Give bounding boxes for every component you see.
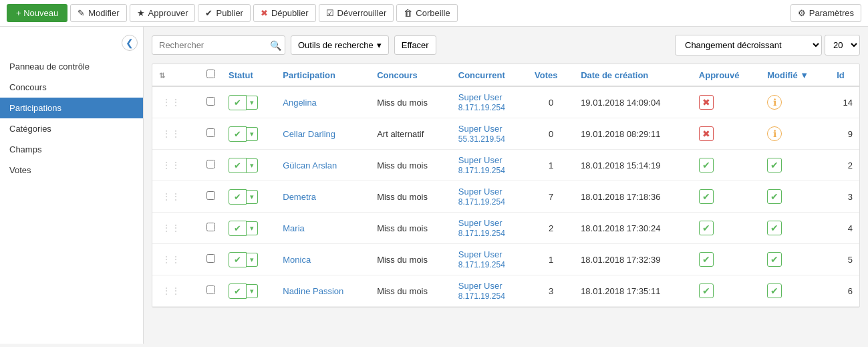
- new-button[interactable]: + Nouveau: [7, 4, 67, 22]
- col-votes[interactable]: Votes: [528, 64, 574, 86]
- row-checkbox[interactable]: [206, 191, 215, 200]
- approved-cell: ✖: [692, 118, 760, 150]
- drag-handle[interactable]: ⋮⋮: [152, 150, 200, 181]
- approved-red-icon[interactable]: ✖: [699, 126, 714, 141]
- participation-link[interactable]: Maria: [283, 223, 305, 233]
- clear-button[interactable]: Effacer: [394, 35, 436, 55]
- modifie-green-icon[interactable]: ✔: [767, 221, 782, 235]
- approve-button[interactable]: ★ Approuver: [130, 4, 196, 22]
- participation-link[interactable]: Gülcan Arslan: [283, 160, 337, 170]
- col-concurrent[interactable]: Concurrent: [452, 64, 528, 86]
- modifie-green-icon[interactable]: ✔: [767, 252, 782, 267]
- status-check-button[interactable]: ✔: [229, 221, 247, 236]
- sidebar-item-participations[interactable]: Participations: [0, 98, 143, 118]
- drag-handle[interactable]: ⋮⋮: [152, 118, 200, 150]
- modifie-green-icon[interactable]: ✔: [767, 158, 782, 172]
- modifie-green-icon[interactable]: ✔: [767, 283, 782, 298]
- status-check-button[interactable]: ✔: [229, 252, 247, 267]
- status-dropdown-button[interactable]: ▾: [247, 96, 258, 110]
- status-dropdown-button[interactable]: ▾: [247, 158, 258, 172]
- publish-button[interactable]: ✔ Publier: [198, 4, 250, 22]
- status-dropdown-button[interactable]: ▾: [247, 221, 258, 235]
- drag-handle[interactable]: ⋮⋮: [152, 244, 200, 275]
- approved-red-icon[interactable]: ✖: [699, 95, 714, 110]
- drag-handle[interactable]: ⋮⋮: [152, 213, 200, 244]
- table-row: ⋮⋮✔▾AngelinaMiss du moisSuper User8.171.…: [152, 86, 859, 118]
- search-input[interactable]: [152, 35, 285, 55]
- search-tools-button[interactable]: Outils de recherche ▾: [291, 35, 389, 55]
- row-checkbox[interactable]: [206, 128, 215, 137]
- concurrent-name-link[interactable]: Super User: [458, 124, 502, 134]
- modifie-orange-icon[interactable]: ℹ: [767, 126, 782, 141]
- approved-green-icon[interactable]: ✔: [699, 221, 714, 235]
- select-all-checkbox[interactable]: [206, 70, 215, 78]
- status-dropdown-button[interactable]: ▾: [247, 190, 258, 204]
- row-checkbox[interactable]: [206, 160, 215, 168]
- modifie-orange-icon[interactable]: ℹ: [767, 95, 782, 110]
- trash-button[interactable]: 🗑 Corbeille: [396, 4, 457, 22]
- participations-table: ⇅ Statut Participation Concours Concurre…: [152, 64, 859, 307]
- votes-cell: 1: [528, 150, 574, 181]
- participation-link[interactable]: Nadine Passion: [283, 286, 343, 296]
- table-header-row: ⇅ Statut Participation Concours Concurre…: [152, 64, 859, 86]
- row-checkbox[interactable]: [206, 254, 215, 263]
- sidebar-item-champs[interactable]: Champs: [0, 139, 143, 160]
- col-approuve[interactable]: Approuvé: [692, 64, 760, 86]
- depublish-button[interactable]: ✖ Dépublier: [253, 4, 316, 22]
- table-row: ⋮⋮✔▾Gülcan ArslanMiss du moisSuper User8…: [152, 150, 859, 181]
- status-check-button[interactable]: ✔: [229, 283, 247, 299]
- search-wrap: 🔍: [152, 35, 285, 55]
- modify-button[interactable]: ✎ Modifier: [70, 4, 126, 22]
- status-dropdown-button[interactable]: ▾: [247, 253, 258, 267]
- table-row: ⋮⋮✔▾DemetraMiss du moisSuper User8.171.1…: [152, 181, 859, 213]
- drag-handle[interactable]: ⋮⋮: [152, 86, 200, 118]
- page-size-select[interactable]: 20: [825, 35, 860, 55]
- row-checkbox[interactable]: [206, 223, 215, 231]
- status-check-button[interactable]: ✔: [229, 189, 247, 205]
- sidebar-item-dashboard[interactable]: Panneau de contrôle: [0, 56, 143, 77]
- concurrent-name-link[interactable]: Super User: [458, 218, 502, 228]
- sidebar-collapse-button[interactable]: ❮: [122, 35, 138, 51]
- drag-handle[interactable]: ⋮⋮: [152, 181, 200, 213]
- concurrent-ip: 8.171.19.254: [458, 260, 505, 269]
- sidebar-item-concours[interactable]: Concours: [0, 77, 143, 98]
- approved-green-icon[interactable]: ✔: [699, 252, 714, 267]
- approved-green-icon[interactable]: ✔: [699, 283, 714, 298]
- status-check-button[interactable]: ✔: [229, 95, 247, 110]
- status-dropdown-button[interactable]: ▾: [247, 127, 258, 141]
- modifie-cell: ✔: [760, 150, 830, 181]
- sidebar-item-votes[interactable]: Votes: [0, 160, 143, 181]
- concurrent-name-link[interactable]: Super User: [458, 187, 502, 197]
- sidebar-item-categories[interactable]: Catégories: [0, 118, 143, 139]
- col-concours[interactable]: Concours: [370, 64, 452, 86]
- participation-link[interactable]: Monica: [283, 255, 311, 265]
- participation-link[interactable]: Demetra: [283, 192, 316, 202]
- col-date-creation[interactable]: Date de création: [574, 64, 692, 86]
- unlock-button[interactable]: ☑ Déverrouiller: [319, 4, 394, 22]
- status-dropdown-button[interactable]: ▾: [247, 284, 258, 298]
- participation-link[interactable]: Cellar Darling: [283, 129, 335, 139]
- col-modifie[interactable]: Modifié ▼: [760, 64, 830, 86]
- status-check-button[interactable]: ✔: [229, 158, 247, 173]
- concurrent-name-link[interactable]: Super User: [458, 92, 502, 102]
- drag-handle[interactable]: ⋮⋮: [152, 275, 200, 307]
- row-checkbox[interactable]: [206, 97, 215, 106]
- col-checkbox-all[interactable]: [200, 64, 222, 86]
- col-participation[interactable]: Participation: [276, 64, 370, 86]
- id-cell: 14: [830, 86, 859, 118]
- concurrent-name-link[interactable]: Super User: [458, 249, 502, 259]
- row-checkbox[interactable]: [206, 285, 215, 294]
- participation-link[interactable]: Angelina: [283, 98, 317, 108]
- col-statut[interactable]: Statut: [222, 64, 276, 86]
- approved-green-icon[interactable]: ✔: [699, 158, 714, 172]
- concurrent-name-link[interactable]: Super User: [458, 155, 502, 165]
- modifie-green-icon[interactable]: ✔: [767, 189, 782, 204]
- approved-green-icon[interactable]: ✔: [699, 189, 714, 204]
- sort-select[interactable]: Changement décroissant: [675, 35, 822, 55]
- search-submit-button[interactable]: 🔍: [270, 40, 281, 51]
- status-check-button[interactable]: ✔: [229, 126, 247, 142]
- concurrent-ip: 8.171.19.254: [458, 229, 505, 238]
- concurrent-name-link[interactable]: Super User: [458, 281, 502, 291]
- col-id[interactable]: Id: [830, 64, 859, 86]
- params-button[interactable]: ⚙ Paramètres: [790, 4, 861, 22]
